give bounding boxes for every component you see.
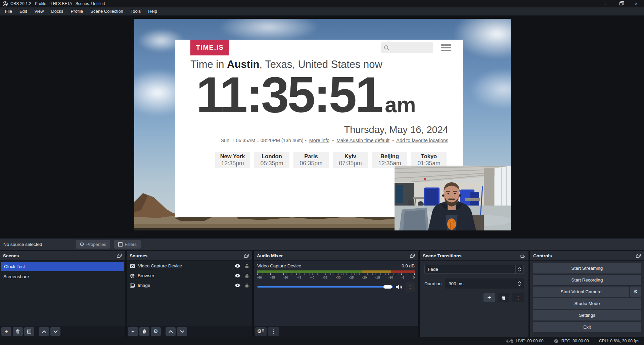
start-streaming-button[interactable]: Start Streaming [533,263,641,273]
scenes-panel-header[interactable]: Scenes [0,251,125,261]
scene-transitions-title: Scene Transitions [423,253,462,258]
preview-area: TIME.IS Time in Austin, Texas, United St… [0,15,644,239]
popout-icon[interactable] [244,254,249,258]
advanced-audio-button[interactable]: ⚙⚙ [255,327,267,336]
double-gear-icon: ⚙⚙ [257,329,265,334]
cloud [218,19,319,42]
meter-tick-marks [257,273,415,275]
audio-mixer-header[interactable]: Audio Mixer [254,251,418,261]
webcam-video [395,166,511,230]
lock-icon[interactable] [245,273,249,278]
remove-source-button[interactable] [139,327,149,336]
source-item-video-capture[interactable]: Video Capture Device [127,261,252,271]
popout-icon[interactable] [117,254,122,258]
city-box-paris[interactable]: Paris 06:35pm [293,152,329,168]
timeis-logo[interactable]: TIME.IS [190,40,229,55]
program-canvas[interactable]: TIME.IS Time in Austin, Texas, United St… [134,19,511,230]
duration-spinbox[interactable]: 300 ms [445,278,524,289]
exit-button[interactable]: Exit [533,322,641,332]
menu-scene-collection[interactable]: Scene Collection [87,7,127,15]
stream-inactive-icon [506,339,513,343]
move-source-down-button[interactable] [177,327,187,336]
city-box-london[interactable]: London 05:35pm [254,152,289,168]
cloud [470,69,511,110]
popout-icon[interactable] [520,254,525,258]
volume-slider-handle[interactable] [383,285,392,289]
chevron-down-icon [180,330,184,333]
scene-transitions-header[interactable]: Scene Transitions [420,251,528,261]
add-transition-button[interactable]: + [484,293,495,302]
move-scene-up-button[interactable] [39,327,49,336]
window-title: OBS 29.1.2 - Profile: LLHLS BETA - Scene… [10,1,105,6]
start-virtual-camera-button[interactable]: Start Virtual Camera [533,287,629,297]
remove-scene-button[interactable] [13,327,23,336]
menu-tools[interactable]: Tools [127,7,144,15]
popout-icon[interactable] [410,254,415,258]
title-bar: OBS 29.1.2 - Profile: LLHLS BETA - Scene… [0,0,644,7]
meter-tick-labels: -60-55-50-45-40-35-30-25-20-15-10-50 [257,275,415,279]
trash-icon [142,329,146,334]
eye-icon[interactable] [235,284,240,287]
source-item-image[interactable]: Image [127,281,252,290]
city-box-new-york[interactable]: New York 12:35pm [215,152,250,168]
source-item-browser[interactable]: Browser [127,271,252,281]
eye-icon[interactable] [235,264,240,268]
menu-profile[interactable]: Profile [67,7,87,15]
source-properties-button[interactable]: ⚙ [151,327,161,336]
virtual-camera-settings-button[interactable]: ⚙ [630,287,641,297]
add-source-button[interactable]: + [128,327,138,336]
mixer-menu-button[interactable]: ⋮ [268,327,279,336]
properties-button[interactable]: ⚙ Properties [76,240,110,249]
speaker-icon[interactable] [396,285,402,290]
webcam-overlay[interactable] [395,166,511,230]
city-box-kyiv[interactable]: Kyiv 07:35pm [333,152,368,168]
add-scene-button[interactable]: + [1,327,11,336]
timeis-search-box[interactable] [381,42,433,53]
sources-panel-title: Sources [130,253,147,258]
make-default-link[interactable]: Make Austin time default [336,138,389,143]
more-info-link[interactable]: More info [309,138,329,143]
mixer-db-value: 0.0 dB [402,263,415,268]
menu-view[interactable]: View [31,7,47,15]
remove-transition-button[interactable] [498,293,509,302]
transition-properties-button[interactable]: ⋮ [512,293,524,302]
filters-button[interactable]: Filters [114,240,140,249]
scene-item-clock-test[interactable]: Clock Test [1,262,124,271]
move-source-up-button[interactable] [166,327,176,336]
chevron-down-icon [53,330,58,333]
clock-row: 11:35:51 am [196,69,416,122]
duration-label: Duration [424,281,445,286]
popout-icon[interactable] [636,254,641,258]
eye-icon[interactable] [235,274,240,277]
studio-mode-button[interactable]: Studio Mode [533,298,641,309]
menu-edit[interactable]: Edit [16,7,31,15]
scene-item-screenshare[interactable]: Screenshare [0,272,125,282]
menu-file[interactable]: File [1,7,16,15]
start-recording-button[interactable]: Start Recording [533,275,641,285]
hamburger-menu-icon[interactable] [441,44,451,51]
minimize-button[interactable]: – [598,0,613,7]
spin-down-icon[interactable] [518,284,521,286]
restore-button[interactable] [613,0,629,7]
transition-select-arrows[interactable] [515,265,523,273]
no-source-selected-label: No source selected [3,242,42,247]
chevron-up-icon [42,330,46,333]
menu-help[interactable]: Help [144,7,161,15]
close-button[interactable]: × [629,0,644,7]
scene-filters-button[interactable] [24,327,34,336]
transition-select[interactable]: Fade [424,265,524,274]
clock-meridiem: am [385,92,416,117]
lock-icon[interactable] [245,264,249,268]
window-controls: – × [598,0,644,7]
settings-button[interactable]: Settings [533,310,641,320]
controls-header[interactable]: Controls [530,251,644,261]
sources-panel-header[interactable]: Sources [127,251,252,261]
spin-up-icon[interactable] [518,281,521,283]
add-favorite-link[interactable]: Add to favorite locations [396,138,448,143]
lock-icon[interactable] [245,283,249,288]
chevron-up-icon [169,330,173,333]
menu-docks[interactable]: Docks [47,7,67,15]
volume-slider[interactable] [257,285,393,289]
move-scene-down-button[interactable] [50,327,60,336]
mixer-channel-menu-button[interactable]: ⋮ [406,282,415,292]
